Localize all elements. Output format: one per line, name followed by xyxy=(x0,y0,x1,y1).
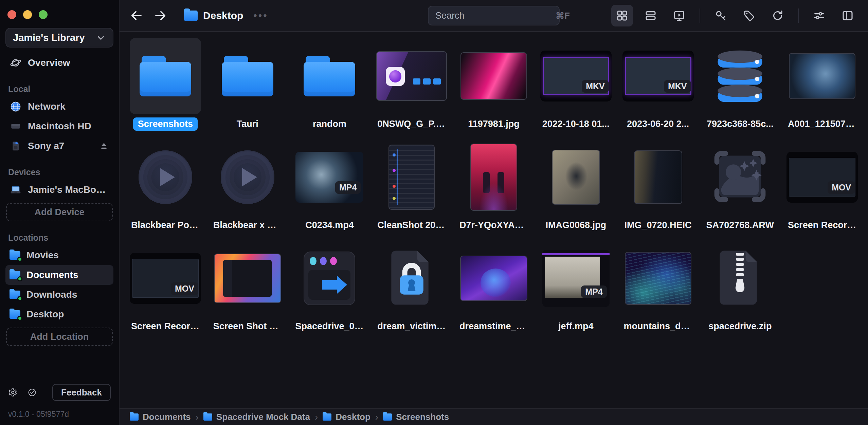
database-icon xyxy=(713,47,766,104)
file-thumbnail-area xyxy=(376,240,447,316)
file-name: Spacedrive_0.1... xyxy=(290,320,368,333)
file-name: jeff.mp4 xyxy=(554,320,598,333)
file-thumbnail-area: MKV xyxy=(622,38,694,114)
file-item[interactable]: MP4jeff.mp4 xyxy=(535,240,617,341)
side-panel-icon[interactable] xyxy=(837,5,858,26)
breadcrumb-spacedrive-mock-data[interactable]: Spacedrive Mock Data xyxy=(203,412,310,422)
image-thumbnail xyxy=(388,145,435,210)
zip-file-thumbnail xyxy=(719,249,761,308)
file-thumbnail-area xyxy=(376,139,447,215)
settings-sliders-icon[interactable] xyxy=(808,5,830,26)
file-item[interactable]: MKV2022-10-18 01... xyxy=(535,38,617,139)
tag-icon[interactable] xyxy=(738,5,760,26)
sidebar-item-macintosh-hd[interactable]: Macintosh HD xyxy=(5,116,113,136)
section-header: Devices xyxy=(8,167,113,177)
eject-icon[interactable] xyxy=(98,141,109,151)
file-item[interactable]: D7r-YQoXYAUt... xyxy=(453,139,535,240)
file-name: IMG_0720.HEIC xyxy=(620,219,697,232)
file-item[interactable]: MKV2023-06-20 2... xyxy=(617,38,699,139)
sidebar-item-documents[interactable]: Documents xyxy=(5,265,113,285)
breadcrumb-separator: › xyxy=(375,412,378,423)
sidebar-item-jamie-s-macbook[interactable]: Jamie's MacBook... xyxy=(5,180,113,200)
sidebar: Jamie's Library Overview Local Network M… xyxy=(0,0,120,425)
file-thumbnail-area xyxy=(540,139,612,215)
image-thumbnail xyxy=(214,254,281,303)
file-item[interactable]: MOVScreen Recordi... xyxy=(781,139,863,240)
feedback-button[interactable]: Feedback xyxy=(52,384,111,401)
key-icon[interactable] xyxy=(710,5,731,26)
video-thumbnail: MKV xyxy=(622,51,694,101)
sidebar-item-downloads[interactable]: Downloads xyxy=(5,285,113,304)
file-item[interactable]: Blackbear Post... xyxy=(124,139,206,240)
path-bar: Documents›Spacedrive Mock Data›Desktop›S… xyxy=(120,408,868,425)
database-thumbnail xyxy=(713,47,766,105)
file-name: CleanShot 202... xyxy=(373,219,451,232)
file-item[interactable]: Blackbear x Ho... xyxy=(206,139,289,240)
location-folder-icon xyxy=(10,310,20,319)
forward-arrow-icon[interactable] xyxy=(153,8,168,23)
folder-icon xyxy=(222,56,273,96)
sidebar-item-network[interactable]: Network xyxy=(5,97,113,116)
image-thumbnail xyxy=(634,150,682,204)
file-item[interactable]: 0NSWQ_G_P.p... xyxy=(370,38,453,139)
more-options-button[interactable]: ••• xyxy=(253,10,268,21)
file-item[interactable]: Screenshots xyxy=(124,38,206,139)
file-thumbnail-area: MP4 xyxy=(540,240,612,316)
sidebar-item-movies[interactable]: Movies xyxy=(5,245,113,265)
media-view-icon[interactable] xyxy=(668,5,690,26)
file-thumbnail-area xyxy=(786,38,858,114)
sidebar-item-sony-a7[interactable]: Sony a7 xyxy=(5,136,113,156)
hard-drive-icon xyxy=(10,120,22,132)
file-item[interactable]: dreamstime_x... xyxy=(453,240,535,341)
breadcrumb-documents[interactable]: Documents xyxy=(130,412,191,422)
file-item[interactable]: random xyxy=(289,38,371,139)
search-bar[interactable]: ⌘F xyxy=(428,6,560,25)
indexed-badge xyxy=(17,257,22,262)
add-device-button[interactable]: Add Device xyxy=(6,203,113,221)
breadcrumb-label: Documents xyxy=(143,412,191,422)
zoom-window-button[interactable] xyxy=(39,10,48,19)
gear-icon[interactable] xyxy=(8,386,17,399)
check-circle-icon[interactable] xyxy=(28,386,37,399)
breadcrumb-desktop[interactable]: Desktop xyxy=(323,412,370,422)
add-location-button[interactable]: Add Location xyxy=(6,328,113,346)
file-item[interactable]: SA702768.ARW xyxy=(699,139,781,240)
current-folder-tab[interactable]: Desktop ••• xyxy=(184,10,268,21)
video-thumbnail: MP4 xyxy=(295,152,363,203)
sidebar-item-overview[interactable]: Overview xyxy=(5,53,113,73)
sidebar-item-label: Jamie's MacBook... xyxy=(28,184,109,195)
file-name: Screenshots xyxy=(133,117,198,131)
file-item[interactable]: CleanShot 202... xyxy=(370,139,453,240)
file-thumbnail-area xyxy=(622,240,694,316)
file-name: Tauri xyxy=(232,117,263,131)
file-item[interactable]: MP4C0234.mp4 xyxy=(289,139,371,240)
back-arrow-icon[interactable] xyxy=(129,8,143,23)
file-item[interactable]: Tauri xyxy=(206,38,289,139)
library-selector[interactable]: Jamie's Library xyxy=(5,28,113,48)
file-item[interactable]: mountains_dri... xyxy=(617,240,699,341)
sidebar-item-label: Sony a7 xyxy=(28,141,92,151)
list-view-icon[interactable] xyxy=(640,5,662,26)
minimize-window-button[interactable] xyxy=(23,10,32,19)
file-item[interactable]: IMAG0068.jpg xyxy=(535,139,617,240)
file-item[interactable]: A001_1215070... xyxy=(781,38,863,139)
image-thumbnail xyxy=(470,144,517,211)
file-item[interactable]: Spacedrive_0.1... xyxy=(289,240,371,341)
file-item[interactable]: Screen Shot 2... xyxy=(206,240,289,341)
refresh-icon[interactable] xyxy=(767,5,789,26)
toolbar-icons xyxy=(611,5,858,26)
file-item[interactable]: 1197981.jpg xyxy=(453,38,535,139)
search-input[interactable] xyxy=(435,11,556,21)
file-item[interactable]: IMG_0720.HEIC xyxy=(617,139,699,240)
file-thumbnail-area xyxy=(704,139,776,215)
file-item[interactable]: MOVScreen Recordi... xyxy=(124,240,206,341)
close-window-button[interactable] xyxy=(7,10,16,19)
file-item[interactable]: dream_victim.... xyxy=(370,240,453,341)
file-item[interactable]: 7923c368-85c... xyxy=(699,38,781,139)
grid-view-icon[interactable] xyxy=(611,5,633,26)
breadcrumb-screenshots[interactable]: Screenshots xyxy=(383,412,449,422)
sidebar-item-desktop[interactable]: Desktop xyxy=(5,304,113,324)
file-item[interactable]: spacedrive.zip xyxy=(699,240,781,341)
file-thumbnail-area xyxy=(130,139,201,215)
file-thumbnail-area xyxy=(458,38,529,114)
